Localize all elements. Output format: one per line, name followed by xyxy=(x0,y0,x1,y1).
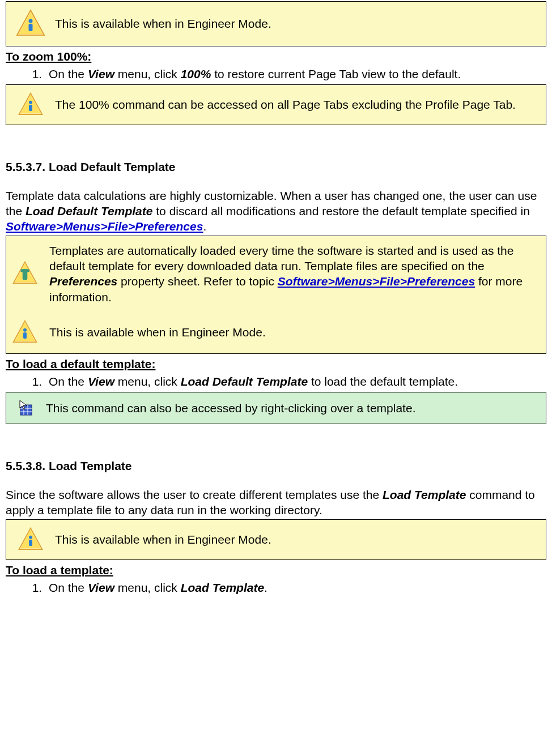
steps-load-default-template: On the View menu, click Load Default Tem… xyxy=(6,374,546,389)
step-text: menu, click xyxy=(114,67,181,80)
menu-view: View xyxy=(88,67,114,80)
section-heading-5538: 5.5.3.8. Load Template xyxy=(6,458,546,473)
cmd-100: 100% xyxy=(181,67,211,80)
link-preferences-2[interactable]: Software>Menus>File>Preferences xyxy=(278,275,475,288)
section-heading-5537: 5.5.3.7. Load Default Template xyxy=(6,159,546,174)
cursor-grid-icon xyxy=(12,399,40,416)
note-zoom-100: The 100% command can be accessed on all … xyxy=(6,84,546,125)
steps-zoom-100: On the View menu, click 100% to restore … xyxy=(6,66,546,82)
menu-view: View xyxy=(88,375,114,388)
heading-load-template: To load a template: xyxy=(6,562,546,578)
info-icon xyxy=(12,92,49,118)
cmd-load-default-template: Load Default Template xyxy=(181,375,308,388)
para-text: to discard all modifications and restore… xyxy=(152,204,529,217)
step-text: menu, click xyxy=(114,581,181,594)
heading-load-default-template: To load a default template: xyxy=(6,356,546,371)
note-part: Templates are automatically loaded every… xyxy=(49,244,513,272)
paragraph-5538: Since the software allows the user to cr… xyxy=(6,487,546,518)
step-item: On the View menu, click Load Template. xyxy=(45,580,546,595)
step-text: . xyxy=(264,581,267,594)
tip-right-click: This command can also be accessed by rig… xyxy=(6,392,546,424)
tip-text: This command can also be accessed by rig… xyxy=(40,399,540,417)
pref-label: Preferences xyxy=(49,275,117,288)
svg-point-6 xyxy=(29,100,32,104)
note-text: This is available when in Engineer Mode. xyxy=(49,15,540,32)
cmd-load-template: Load Template xyxy=(383,488,466,501)
heading-zoom-100: To zoom 100%: xyxy=(6,49,546,64)
link-preferences-1[interactable]: Software>Menus>File>Preferences xyxy=(6,220,203,233)
step-text: On the xyxy=(49,67,88,80)
info-icon xyxy=(12,8,49,39)
step-text: to load the default template. xyxy=(308,375,458,388)
svg-rect-15 xyxy=(23,332,27,339)
step-item: On the View menu, click 100% to restore … xyxy=(45,66,546,82)
step-item: On the View menu, click Load Default Tem… xyxy=(45,374,546,389)
svg-rect-25 xyxy=(29,540,32,546)
note-group-5537: Templates are automatically loaded every… xyxy=(6,236,546,354)
para-text: Since the software allows the user to cr… xyxy=(6,488,383,501)
step-text: On the xyxy=(49,375,88,388)
cmd-load-template: Load Template xyxy=(181,581,264,594)
svg-point-2 xyxy=(29,19,33,23)
cmd-load-default-template: Load Default Template xyxy=(26,204,152,217)
svg-point-14 xyxy=(23,328,27,332)
note-text: The 100% command can be accessed on all … xyxy=(49,96,540,113)
note-text: Templates are automatically loaded every… xyxy=(44,242,546,306)
info-icon xyxy=(6,319,44,345)
menu-view: View xyxy=(88,581,114,594)
note-text: This is available when in Engineer Mode. xyxy=(44,323,546,341)
note-text: This is available when in Engineer Mode. xyxy=(49,531,540,548)
document-page: This is available when in Engineer Mode.… xyxy=(0,1,552,595)
note-engineer-mode-3: This is available when in Engineer Mode. xyxy=(6,519,546,560)
note-part: property sheet. Refer to topic xyxy=(117,275,277,288)
para-text: . xyxy=(203,220,206,233)
step-text: menu, click xyxy=(114,375,181,388)
paragraph-5537: Template data calculations are highly cu… xyxy=(6,188,546,234)
step-text: On the xyxy=(49,581,88,594)
step-text: to restore current Page Tab view to the … xyxy=(211,67,461,80)
svg-point-24 xyxy=(29,536,32,539)
tip-icon xyxy=(6,260,44,287)
steps-load-template: On the View menu, click Load Template. xyxy=(6,580,546,595)
svg-rect-3 xyxy=(29,24,33,31)
info-icon xyxy=(12,527,49,553)
svg-rect-7 xyxy=(29,105,32,111)
svg-rect-11 xyxy=(20,270,29,272)
note-engineer-mode-1: This is available when in Engineer Mode. xyxy=(6,1,546,46)
